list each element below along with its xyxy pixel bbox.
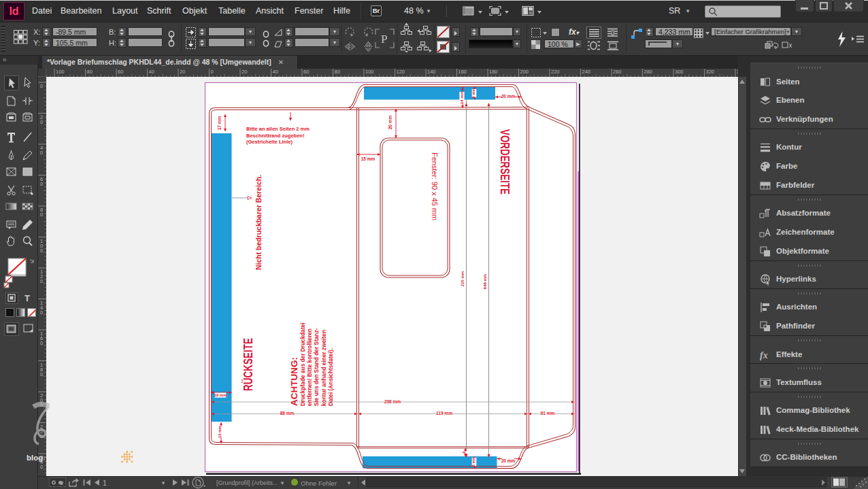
svg-text:280: 280	[644, 69, 653, 75]
svg-text:19 mm: 19 mm	[214, 393, 227, 397]
svg-text:220 mm: 220 mm	[461, 271, 465, 286]
svg-text:(Gestrichelte Linie): (Gestrichelte Linie)	[246, 139, 293, 145]
svg-text:91 mm: 91 mm	[541, 411, 555, 416]
svg-text:648 mm: 648 mm	[483, 274, 487, 289]
svg-text:119 mm: 119 mm	[436, 411, 452, 416]
svg-text:0: 0	[40, 248, 43, 254]
svg-text:160: 160	[458, 69, 467, 75]
svg-text:320: 320	[706, 69, 715, 75]
svg-text:100: 100	[365, 69, 374, 75]
svg-text:60: 60	[118, 69, 123, 75]
svg-text:17 mm: 17 mm	[217, 116, 222, 130]
svg-text:0: 0	[211, 69, 214, 75]
svg-text:0: 0	[40, 181, 43, 187]
svg-text:Bitte an allen Seiten 2 mm: Bitte an allen Seiten 2 mm	[246, 126, 310, 132]
svg-text:Sie uns den Stand der Stanz-: Sie uns den Stand der Stanz-	[313, 328, 320, 406]
svg-text:Datei (Ansichtsdatei).: Datei (Ansichtsdatei).	[327, 348, 334, 406]
svg-text:14 mm: 14 mm	[460, 91, 464, 104]
svg-text:Beschnittrand zugeben!: Beschnittrand zugeben!	[246, 133, 304, 139]
svg-text:80: 80	[87, 69, 93, 75]
svg-text:0: 0	[40, 150, 43, 156]
svg-text:100: 100	[56, 69, 65, 75]
svg-text:15 mm: 15 mm	[361, 156, 375, 161]
svg-text:0: 0	[40, 212, 43, 218]
svg-text:300: 300	[675, 69, 684, 75]
svg-text:20: 20	[241, 69, 247, 75]
svg-text:260: 260	[613, 69, 622, 75]
svg-text:0: 0	[40, 119, 43, 125]
svg-text:88 mm: 88 mm	[280, 411, 295, 416]
svg-text:RÜCKSEITE: RÜCKSEITE	[241, 338, 255, 391]
svg-text:0: 0	[40, 278, 43, 284]
svg-text:120: 120	[397, 69, 405, 75]
svg-text:VORDERSEITE: VORDERSEITE	[498, 129, 512, 195]
svg-text:220: 220	[551, 69, 560, 75]
svg-text:0: 0	[40, 83, 43, 89]
svg-text:20 mm: 20 mm	[501, 458, 516, 463]
svg-text:Nicht bedruckbarer Bereich.: Nicht bedruckbarer Bereich.	[254, 175, 263, 270]
svg-text:20 mm: 20 mm	[501, 94, 516, 99]
svg-text:Druckpfade aus der Druckdatei: Druckpfade aus der Druckdatei	[299, 322, 306, 406]
svg-text:fx: fx	[760, 350, 768, 360]
svg-text:298 mm: 298 mm	[384, 399, 401, 404]
svg-text:80: 80	[335, 69, 340, 75]
svg-text:20: 20	[180, 69, 185, 75]
svg-text:P: P	[381, 33, 387, 46]
svg-text:kontur anhand einer zweiten: kontur anhand einer zweiten	[320, 330, 327, 406]
svg-text:Fenster: 90 x 45 mm: Fenster: 90 x 45 mm	[431, 152, 439, 220]
svg-text:0: 0	[40, 371, 43, 377]
svg-text:40: 40	[149, 69, 154, 75]
svg-text:140: 140	[427, 69, 436, 75]
svg-text:200: 200	[520, 69, 529, 75]
svg-text:60: 60	[303, 69, 309, 75]
svg-text:240: 240	[582, 69, 591, 75]
svg-text:0: 0	[40, 340, 43, 346]
svg-text:ACHTUNG:: ACHTUNG:	[289, 357, 299, 406]
svg-text:0: 0	[40, 309, 43, 316]
svg-text:40: 40	[273, 69, 278, 75]
svg-text:340: 340	[737, 69, 738, 75]
svg-text:20 mm: 20 mm	[388, 115, 393, 129]
svg-text:6: 6	[462, 451, 466, 453]
svg-text:8 mm: 8 mm	[471, 457, 475, 467]
svg-text:T: T	[24, 293, 30, 303]
svg-text:entfernen! Bitte kontrollieren: entfernen! Bitte kontrollieren	[306, 328, 313, 406]
svg-text:14 mm: 14 mm	[218, 426, 222, 438]
svg-text:180: 180	[489, 69, 498, 75]
svg-text:6 mm: 6 mm	[471, 88, 475, 98]
svg-text:0: 0	[40, 464, 43, 470]
